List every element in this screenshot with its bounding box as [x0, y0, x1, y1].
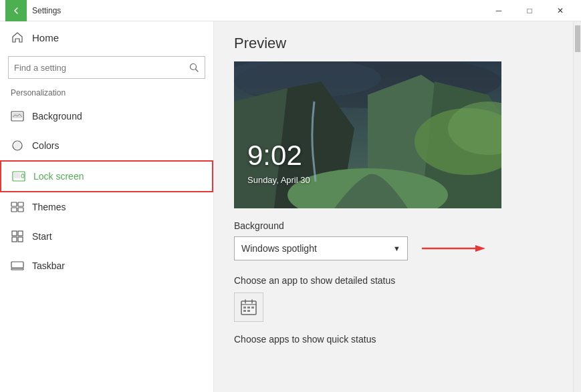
preview-time: 9:02: [247, 140, 302, 172]
dropdown-value: Windows spotlight: [241, 243, 393, 254]
taskbar-icon: [11, 259, 24, 272]
svg-line-1: [196, 69, 199, 72]
svg-rect-39: [247, 310, 250, 312]
svg-rect-7: [21, 174, 24, 178]
window-controls: ─ □ ✕: [483, 0, 576, 21]
maximize-button[interactable]: □: [514, 0, 545, 21]
svg-rect-14: [18, 231, 23, 236]
app-body: Home Personalization Background: [0, 21, 581, 392]
sidebar-item-taskbar[interactable]: Taskbar: [0, 251, 213, 280]
red-arrow-icon: [419, 240, 485, 256]
title-bar: Settings ─ □ ✕: [0, 0, 581, 21]
svg-marker-30: [475, 245, 485, 252]
detailed-status-label: Choose an app to show detailed status: [234, 275, 553, 286]
svg-rect-18: [11, 268, 23, 270]
scrollbar-thumb[interactable]: [575, 25, 580, 52]
svg-rect-11: [11, 208, 17, 212]
taskbar-label: Taskbar: [32, 260, 65, 271]
preview-date: Sunday, April 30: [247, 175, 310, 185]
app-title: Settings: [27, 6, 483, 15]
svg-rect-38: [243, 310, 246, 312]
preview-image: 9:02 Sunday, April 30: [234, 61, 501, 208]
themes-label: Themes: [32, 202, 66, 212]
sidebar-item-home[interactable]: Home: [0, 21, 213, 53]
svg-rect-10: [18, 202, 23, 206]
svg-rect-13: [12, 231, 17, 236]
svg-rect-35: [243, 307, 246, 309]
lock-screen-label: Lock screen: [33, 171, 84, 182]
svg-rect-15: [12, 237, 17, 242]
colors-icon: [11, 139, 24, 152]
chevron-down-icon: ▼: [393, 244, 400, 252]
minimize-button[interactable]: ─: [483, 0, 514, 21]
svg-rect-37: [251, 307, 254, 309]
home-label: Home: [32, 32, 59, 43]
lock-screen-icon: [12, 170, 25, 183]
background-dropdown[interactable]: Windows spotlight ▼: [234, 236, 408, 260]
svg-rect-12: [18, 208, 23, 212]
sidebar-item-background[interactable]: Background: [0, 102, 213, 131]
sidebar-item-colors[interactable]: Colors: [0, 131, 213, 160]
background-field-label: Background: [234, 220, 553, 231]
dropdown-row: Windows spotlight ▼: [234, 236, 553, 260]
svg-rect-9: [11, 202, 17, 206]
svg-rect-6: [14, 173, 20, 178]
start-icon: [11, 230, 24, 243]
background-icon: [11, 110, 24, 123]
calendar-icon: [240, 299, 257, 316]
svg-rect-17: [11, 262, 23, 268]
arrow-annotation: [419, 240, 485, 256]
section-label: Personalization: [0, 85, 213, 102]
page-title: Preview: [234, 35, 553, 52]
content-area: Preview: [214, 21, 573, 392]
start-label: Start: [32, 231, 52, 242]
background-label: Background: [32, 111, 82, 122]
svg-rect-36: [247, 307, 250, 309]
search-box[interactable]: [8, 56, 205, 79]
sidebar-item-lock-screen[interactable]: Lock screen: [0, 160, 213, 192]
sidebar-item-themes[interactable]: Themes: [0, 192, 213, 222]
search-input[interactable]: [9, 59, 183, 77]
close-button[interactable]: ✕: [545, 0, 576, 21]
quick-status-label: Choose apps to show quick status: [234, 334, 553, 345]
themes-icon: [11, 200, 24, 214]
sidebar: Home Personalization Background: [0, 21, 214, 392]
svg-rect-16: [18, 237, 23, 242]
scrollbar-track[interactable]: [573, 21, 581, 392]
search-icon: [183, 57, 205, 78]
sidebar-item-start[interactable]: Start: [0, 222, 213, 251]
back-button[interactable]: [5, 0, 27, 21]
calendar-app-icon[interactable]: [234, 292, 263, 322]
colors-label: Colors: [32, 140, 59, 151]
home-icon: [11, 31, 24, 44]
